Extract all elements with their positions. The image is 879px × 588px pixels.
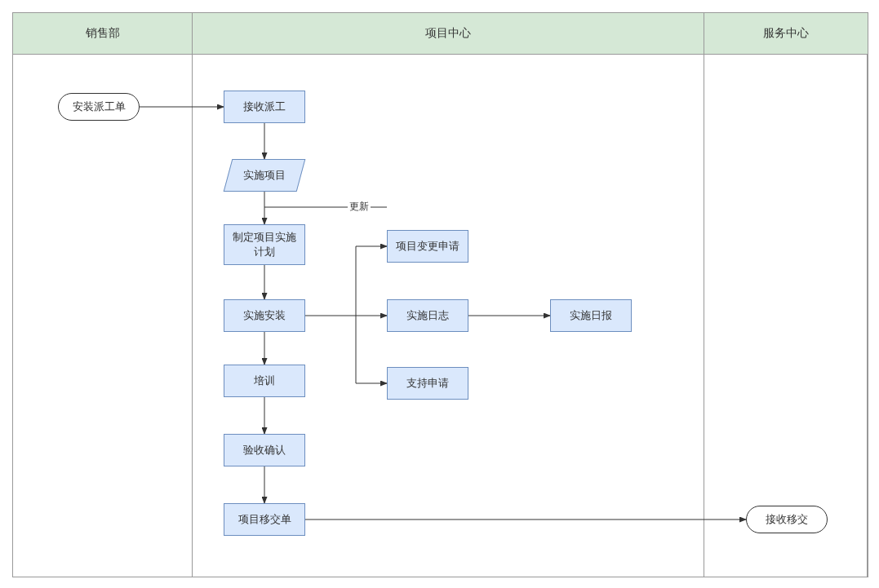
node-impl-install: 实施安装 — [224, 299, 305, 332]
node-change-request: 项目变更申请 — [387, 230, 468, 263]
node-accept-confirm: 验收确认 — [224, 434, 305, 466]
node-impl-log: 实施日志 — [387, 299, 468, 332]
lane-body-row: 安装派工单 接收派工 实施项目 制定项目实施计划 实施安装 培训 验收确认 项目… — [13, 55, 868, 577]
lane-header-project: 项目中心 — [193, 13, 704, 54]
lane-body-sales — [13, 55, 193, 577]
lane-header-sales: 销售部 — [13, 13, 193, 54]
node-dispatch-order: 安装派工单 — [58, 93, 140, 121]
node-daily-report: 实施日报 — [550, 299, 632, 332]
node-support-request: 支持申请 — [387, 367, 468, 400]
lane-header-service: 服务中心 — [704, 13, 868, 54]
edge-label-update: 更新 — [348, 200, 371, 214]
lane-header-row: 销售部 项目中心 服务中心 — [13, 13, 868, 55]
node-receive-handover: 接收移交 — [746, 506, 828, 533]
node-receive-dispatch: 接收派工 — [224, 91, 305, 123]
node-make-plan: 制定项目实施计划 — [224, 224, 305, 265]
node-training: 培训 — [224, 365, 305, 397]
node-impl-project-label: 实施项目 — [243, 168, 286, 183]
swimlane-diagram: 销售部 项目中心 服务中心 — [12, 12, 868, 577]
lane-body-service — [704, 55, 868, 577]
node-handover-order: 项目移交单 — [224, 503, 305, 536]
node-impl-project: 实施项目 — [224, 159, 306, 192]
